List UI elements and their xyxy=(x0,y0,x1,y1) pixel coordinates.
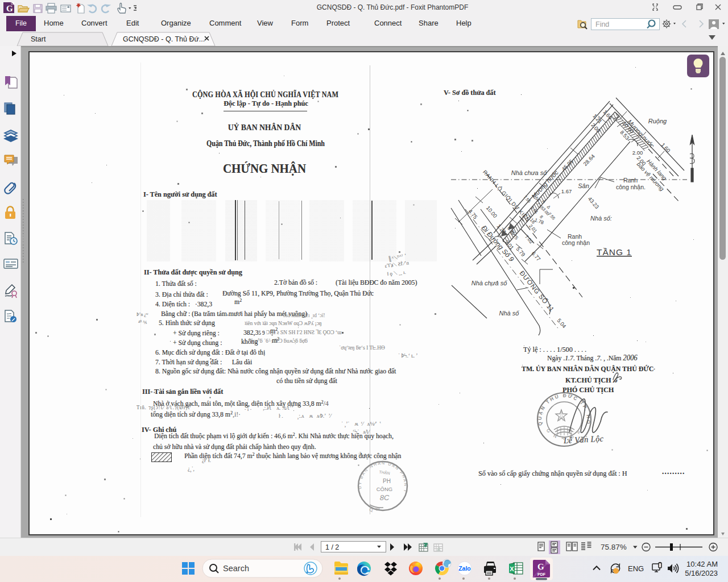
svg-text:1.60: 1.60 xyxy=(660,142,672,153)
svg-text:Nhà chưa số: Nhà chưa số xyxy=(471,280,507,286)
svg-text:Nhà số: Nhà số xyxy=(499,310,520,317)
svg-text:1 / 2: 1 / 2 xyxy=(325,543,339,551)
svg-text:75.87%: 75.87% xyxy=(601,543,627,551)
svg-text:10.00: 10.00 xyxy=(485,205,499,219)
svg-text:28.64: 28.64 xyxy=(582,153,596,167)
svg-text:5.79: 5.79 xyxy=(515,246,526,257)
svg-text:Nhà chưa số: Nhà chưa số xyxy=(511,169,547,176)
svg-text:G: G xyxy=(6,4,13,13)
svg-text:Nhà số:: Nhà số: xyxy=(590,215,612,222)
svg-text:TẦNG 1: TẦNG 1 xyxy=(597,247,632,257)
svg-text:PDF: PDF xyxy=(537,572,546,576)
svg-text:Ranh: Ranh xyxy=(623,177,638,184)
svg-text:2.00: 2.00 xyxy=(632,149,643,156)
svg-text:7.55: 7.55 xyxy=(547,211,556,221)
svg-text:ĐƯỜNG SỐ 11: ĐƯỜNG SỐ 11 xyxy=(518,269,556,313)
svg-text:G: G xyxy=(537,562,544,571)
svg-text:ENG: ENG xyxy=(628,564,644,573)
svg-text:X: X xyxy=(510,566,514,572)
svg-text:1.78: 1.78 xyxy=(534,217,545,226)
svg-text:7.02: 7.02 xyxy=(524,234,535,245)
svg-text:GCNQSDĐ - Q. Thủ Đứ...: GCNQSDĐ - Q. Thủ Đứ... xyxy=(123,35,205,43)
svg-text:43.23: 43.23 xyxy=(587,196,601,210)
svg-text:2.01: 2.01 xyxy=(528,223,539,234)
svg-text:công nhận.: công nhận. xyxy=(616,184,646,190)
svg-text:6.77: 6.77 xyxy=(530,250,541,262)
svg-text:Ruộng: Ruộng xyxy=(648,118,667,124)
svg-text:1.67: 1.67 xyxy=(561,188,572,194)
svg-text:5/16/2023: 5/16/2023 xyxy=(685,569,718,577)
svg-text:1.60: 1.60 xyxy=(602,109,614,120)
svg-text:Start: Start xyxy=(31,35,46,43)
svg-text:10:42 AM: 10:42 AM xyxy=(686,560,718,568)
svg-text:Sân: Sân xyxy=(578,182,589,189)
svg-text:công nhận: công nhận xyxy=(562,239,590,246)
svg-text:Zalo: Zalo xyxy=(458,565,471,572)
svg-text:4.75: 4.75 xyxy=(467,208,478,220)
svg-text:Search: Search xyxy=(223,564,249,573)
svg-text:Find: Find xyxy=(595,20,609,28)
